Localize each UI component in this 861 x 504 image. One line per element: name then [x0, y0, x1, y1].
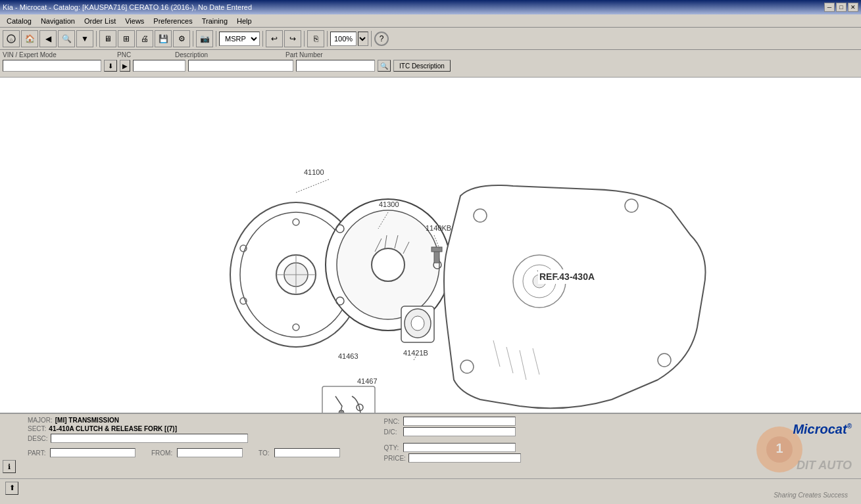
major-row: MAJOR: [MI] TRANSMISSION: [28, 417, 366, 424]
filter-button[interactable]: ▼: [76, 30, 93, 47]
close-button[interactable]: ✕: [848, 3, 858, 12]
help-button[interactable]: ?: [374, 32, 389, 46]
toolbar-sep2: [193, 31, 193, 47]
microcat-logo: Microcat®: [793, 422, 852, 436]
price-key: PRICE:: [384, 455, 406, 462]
home-icon-btn[interactable]: 🏠: [21, 30, 38, 47]
vin-download-btn[interactable]: ⬇: [104, 60, 117, 72]
price-field[interactable]: [408, 453, 521, 463]
from-field[interactable]: [177, 448, 243, 457]
svg-rect-39: [431, 247, 442, 252]
menu-navigation[interactable]: Navigation: [37, 16, 79, 26]
copy-button[interactable]: ⎘: [307, 30, 324, 47]
toolbar-sep3: [216, 31, 216, 47]
toolbar: ⌂ 🏠 ◀ 🔍 ▼ 🖥 ⊞ 🖨 💾 ⚙ 📷 MSRP LIST NET ↩ ↪ …: [0, 28, 861, 50]
info-panel: ℹ MAJOR: [MI] TRANSMISSION SECT: 41-410A…: [0, 413, 861, 478]
svg-text:⌂: ⌂: [10, 37, 13, 43]
part-41467: 41467: [357, 377, 378, 385]
undo-button[interactable]: ↩: [266, 30, 283, 47]
sect-value: 41-410A CLUTCH & RELEASE FORK [(7)]: [49, 425, 177, 432]
filterbar: VIN / Expert Mode PNC Description Part N…: [0, 50, 861, 78]
menu-catalog[interactable]: Catalog: [3, 16, 36, 26]
menubar: Catalog Navigation Order List Views Pref…: [0, 14, 861, 28]
desc-label: Description: [175, 51, 285, 58]
zoom-select[interactable]: ▼: [358, 32, 368, 46]
toolbar-sep7: [371, 31, 372, 47]
to-field[interactable]: [274, 448, 340, 457]
sharing-text: Sharing Creates Success: [774, 492, 848, 499]
part-41300: 41300: [379, 200, 399, 208]
pnc-field[interactable]: [403, 417, 516, 426]
save-button[interactable]: 💾: [155, 30, 172, 47]
search-part-btn[interactable]: 🔍: [378, 60, 391, 72]
svg-text:1: 1: [775, 441, 783, 455]
pnc-label: PNC: [117, 51, 175, 58]
menu-training[interactable]: Training: [198, 16, 232, 26]
layout-button[interactable]: ⊞: [118, 30, 135, 47]
svg-line-50: [296, 179, 329, 193]
partnum-label: Part Number: [285, 51, 323, 58]
back-button[interactable]: ◀: [39, 30, 57, 47]
status-icon[interactable]: ⬆: [5, 482, 18, 495]
dc-field[interactable]: [403, 427, 516, 436]
part-41421b: 41421B: [403, 349, 428, 357]
dc-row: D/C:: [384, 427, 516, 436]
toolbar-sep4: [262, 31, 263, 47]
home-button[interactable]: ⌂: [3, 30, 20, 47]
toolbar-sep5: [304, 31, 305, 47]
to-key: TO:: [258, 449, 272, 457]
menu-help[interactable]: Help: [233, 16, 256, 26]
minimize-button[interactable]: ─: [824, 3, 835, 12]
watermark-text: DIT AUTO: [797, 459, 852, 472]
svg-point-16: [372, 248, 405, 281]
settings-button[interactable]: ⚙: [173, 30, 190, 47]
from-key: FROM:: [151, 449, 174, 457]
svg-rect-40: [322, 386, 375, 413]
zoom-input[interactable]: [330, 32, 357, 46]
part-field[interactable]: [50, 448, 135, 457]
menu-orderlist[interactable]: Order List: [80, 16, 120, 26]
menu-preferences[interactable]: Preferences: [149, 16, 196, 26]
info-icon[interactable]: ℹ: [3, 460, 16, 473]
part-1140kb: 1140KB: [426, 224, 451, 232]
part-key: PART:: [28, 449, 47, 457]
statusbar: ⬆ Sharing Creates Success: [0, 478, 861, 497]
titlebar-controls: ─ □ ✕: [824, 3, 858, 12]
desc-input[interactable]: [188, 60, 293, 72]
itc-description-button[interactable]: ITC Description: [393, 60, 451, 72]
partnum-input[interactable]: [296, 60, 375, 72]
desc-key: DESC:: [28, 435, 48, 442]
camera-button[interactable]: 📷: [196, 30, 213, 47]
redo-button[interactable]: ↪: [284, 30, 301, 47]
part-row: PART: FROM: TO:: [28, 448, 366, 457]
qty-key: QTY:: [384, 444, 401, 451]
titlebar: Kia - Microcat - Catalog: [KAUSPA716] CE…: [0, 0, 861, 14]
qty-row: QTY:: [384, 443, 516, 452]
info-right-panel: PNC: D/C: QTY: PRICE:: [384, 417, 516, 476]
filter-labels: VIN / Expert Mode PNC Description Part N…: [3, 51, 858, 58]
main-diagram-area: 41100 41300 1140KB 41463 41467 41466 414…: [0, 78, 861, 413]
pnc-input[interactable]: [133, 60, 185, 72]
pnc-row: PNC:: [384, 417, 516, 426]
vin-input[interactable]: [3, 60, 101, 72]
maximize-button[interactable]: □: [836, 3, 847, 12]
diagram-container: 41100 41300 1140KB 41463 41467 41466 414…: [0, 78, 861, 413]
diagram-svg: 41100 41300 1140KB 41463 41467 41466 414…: [0, 78, 861, 413]
vin-next-btn[interactable]: ▶: [120, 60, 130, 72]
vin-label: VIN / Expert Mode: [3, 51, 117, 58]
release-bearing: [401, 306, 434, 342]
print-button[interactable]: 🖨: [136, 30, 153, 47]
part-41463: 41463: [338, 352, 358, 360]
desc-field[interactable]: [51, 434, 248, 443]
sect-row: SECT: 41-410A CLUTCH & RELEASE FORK [(7)…: [28, 425, 366, 432]
price-row: PRICE:: [384, 453, 516, 463]
monitor-button[interactable]: 🖥: [99, 30, 116, 47]
search-button[interactable]: 🔍: [58, 30, 75, 47]
qty-field[interactable]: [403, 443, 516, 452]
ref-label: REF.43-430A: [539, 271, 595, 282]
svg-point-42: [339, 410, 344, 413]
svg-point-26: [411, 316, 424, 331]
menu-views[interactable]: Views: [121, 16, 148, 26]
pricing-select[interactable]: MSRP LIST NET: [219, 32, 260, 46]
major-value: [MI] TRANSMISSION: [55, 417, 119, 424]
